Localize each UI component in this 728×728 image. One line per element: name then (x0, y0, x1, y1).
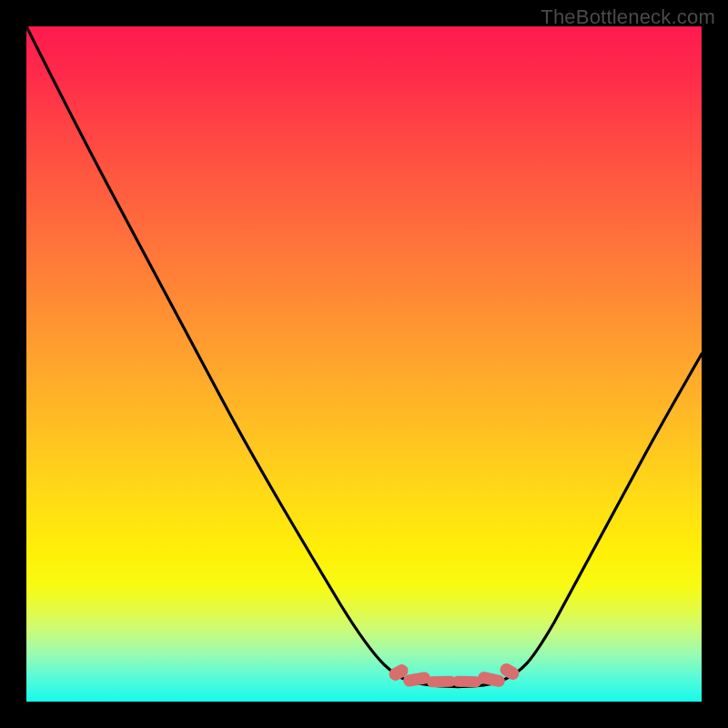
curve-path (26, 26, 702, 687)
watermark-text: TheBottleneck.com (541, 5, 715, 29)
bottleneck-curve (26, 26, 702, 702)
chart-plot-area (26, 26, 702, 702)
